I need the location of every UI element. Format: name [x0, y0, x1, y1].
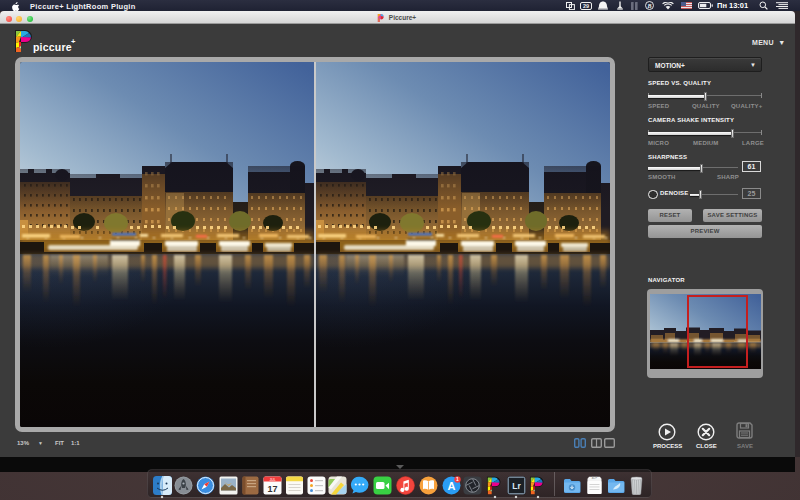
svg-text:Lr: Lr [512, 481, 521, 491]
svg-text:ADP: ADP [592, 476, 598, 480]
svg-text:B: B [646, 3, 651, 9]
svg-text:17: 17 [267, 484, 277, 494]
svg-text:29: 29 [583, 3, 589, 9]
svg-text:JUL: JUL [269, 478, 275, 482]
svg-text:A: A [447, 480, 455, 492]
svg-text:1: 1 [456, 476, 459, 482]
